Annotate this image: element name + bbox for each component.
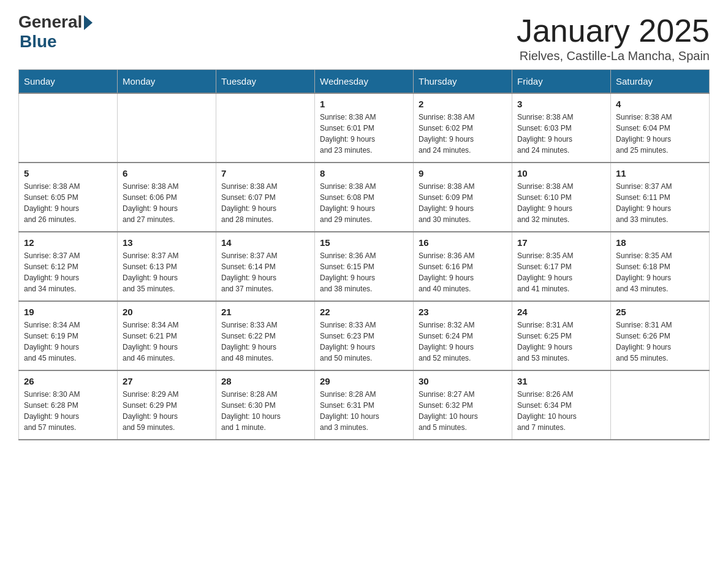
day-number: 22	[320, 307, 408, 317]
day-number: 13	[123, 237, 211, 248]
calendar-cell: 27Sunrise: 8:29 AMSunset: 6:29 PMDayligh…	[118, 370, 216, 440]
day-info: Sunrise: 8:32 AMSunset: 6:24 PMDaylight:…	[419, 320, 507, 364]
day-number: 27	[123, 376, 211, 386]
calendar-cell: 18Sunrise: 8:35 AMSunset: 6:18 PMDayligh…	[611, 232, 710, 301]
day-info: Sunrise: 8:37 AMSunset: 6:12 PMDaylight:…	[24, 250, 112, 294]
calendar-header-thursday: Thursday	[414, 70, 512, 94]
day-info: Sunrise: 8:37 AMSunset: 6:13 PMDaylight:…	[123, 250, 211, 294]
day-info: Sunrise: 8:33 AMSunset: 6:22 PMDaylight:…	[221, 320, 309, 364]
day-number: 1	[320, 99, 408, 109]
day-info: Sunrise: 8:38 AMSunset: 6:10 PMDaylight:…	[517, 181, 605, 225]
day-info: Sunrise: 8:30 AMSunset: 6:28 PMDaylight:…	[24, 389, 112, 433]
calendar-cell: 6Sunrise: 8:38 AMSunset: 6:06 PMDaylight…	[118, 163, 216, 232]
logo-blue-text: Blue	[20, 32, 57, 52]
calendar-cell: 28Sunrise: 8:28 AMSunset: 6:30 PMDayligh…	[216, 370, 315, 440]
calendar-cell: 31Sunrise: 8:26 AMSunset: 6:34 PMDayligh…	[512, 370, 611, 440]
day-info: Sunrise: 8:35 AMSunset: 6:17 PMDaylight:…	[517, 250, 605, 294]
day-number: 25	[616, 307, 704, 317]
day-number: 26	[24, 376, 112, 386]
day-info: Sunrise: 8:34 AMSunset: 6:21 PMDaylight:…	[123, 320, 211, 364]
day-info: Sunrise: 8:38 AMSunset: 6:01 PMDaylight:…	[320, 112, 408, 156]
day-number: 14	[221, 237, 309, 248]
day-number: 12	[24, 237, 112, 248]
calendar-cell	[19, 93, 118, 163]
calendar-cell: 1Sunrise: 8:38 AMSunset: 6:01 PMDaylight…	[315, 93, 414, 163]
calendar-header-wednesday: Wednesday	[315, 70, 414, 94]
day-number: 3	[517, 99, 605, 109]
calendar-week-row: 5Sunrise: 8:38 AMSunset: 6:05 PMDaylight…	[19, 163, 710, 232]
calendar-cell: 15Sunrise: 8:36 AMSunset: 6:15 PMDayligh…	[315, 232, 414, 301]
calendar-week-row: 26Sunrise: 8:30 AMSunset: 6:28 PMDayligh…	[19, 370, 710, 440]
calendar-header-monday: Monday	[118, 70, 216, 94]
day-info: Sunrise: 8:28 AMSunset: 6:30 PMDaylight:…	[221, 389, 309, 433]
day-info: Sunrise: 8:38 AMSunset: 6:06 PMDaylight:…	[123, 181, 211, 225]
calendar-cell: 23Sunrise: 8:32 AMSunset: 6:24 PMDayligh…	[414, 301, 512, 370]
calendar-cell: 25Sunrise: 8:31 AMSunset: 6:26 PMDayligh…	[611, 301, 710, 370]
calendar-cell: 7Sunrise: 8:38 AMSunset: 6:07 PMDaylight…	[216, 163, 315, 232]
day-info: Sunrise: 8:37 AMSunset: 6:11 PMDaylight:…	[616, 181, 704, 225]
logo: General Blue	[18, 12, 93, 52]
calendar-cell: 20Sunrise: 8:34 AMSunset: 6:21 PMDayligh…	[118, 301, 216, 370]
calendar-cell: 4Sunrise: 8:38 AMSunset: 6:04 PMDaylight…	[611, 93, 710, 163]
calendar-table: SundayMondayTuesdayWednesdayThursdayFrid…	[18, 69, 710, 440]
day-info: Sunrise: 8:38 AMSunset: 6:05 PMDaylight:…	[24, 181, 112, 225]
calendar-cell: 12Sunrise: 8:37 AMSunset: 6:12 PMDayligh…	[19, 232, 118, 301]
day-number: 7	[221, 168, 309, 178]
day-number: 23	[419, 307, 507, 317]
calendar-cell: 30Sunrise: 8:27 AMSunset: 6:32 PMDayligh…	[414, 370, 512, 440]
calendar-header-sunday: Sunday	[19, 70, 118, 94]
calendar-cell	[118, 93, 216, 163]
calendar-week-row: 12Sunrise: 8:37 AMSunset: 6:12 PMDayligh…	[19, 232, 710, 301]
day-number: 10	[517, 168, 605, 178]
calendar-cell: 21Sunrise: 8:33 AMSunset: 6:22 PMDayligh…	[216, 301, 315, 370]
page-title: January 2025	[517, 12, 710, 49]
day-number: 16	[419, 237, 507, 248]
calendar-cell: 8Sunrise: 8:38 AMSunset: 6:08 PMDaylight…	[315, 163, 414, 232]
day-number: 18	[616, 237, 704, 248]
logo-general-text: General	[18, 12, 82, 32]
calendar-cell: 9Sunrise: 8:38 AMSunset: 6:09 PMDaylight…	[414, 163, 512, 232]
day-number: 6	[123, 168, 211, 178]
day-number: 19	[24, 307, 112, 317]
day-info: Sunrise: 8:35 AMSunset: 6:18 PMDaylight:…	[616, 250, 704, 294]
calendar-cell	[611, 370, 710, 440]
calendar-header-friday: Friday	[512, 70, 611, 94]
page-header: General Blue January 2025 Rielves, Casti…	[18, 12, 710, 63]
calendar-cell: 24Sunrise: 8:31 AMSunset: 6:25 PMDayligh…	[512, 301, 611, 370]
calendar-cell: 5Sunrise: 8:38 AMSunset: 6:05 PMDaylight…	[19, 163, 118, 232]
day-info: Sunrise: 8:29 AMSunset: 6:29 PMDaylight:…	[123, 389, 211, 433]
day-info: Sunrise: 8:36 AMSunset: 6:15 PMDaylight:…	[320, 250, 408, 294]
calendar-week-row: 19Sunrise: 8:34 AMSunset: 6:19 PMDayligh…	[19, 301, 710, 370]
calendar-cell: 16Sunrise: 8:36 AMSunset: 6:16 PMDayligh…	[414, 232, 512, 301]
calendar-header-saturday: Saturday	[611, 70, 710, 94]
day-number: 24	[517, 307, 605, 317]
day-number: 8	[320, 168, 408, 178]
day-number: 2	[419, 99, 507, 109]
day-info: Sunrise: 8:28 AMSunset: 6:31 PMDaylight:…	[320, 389, 408, 433]
calendar-cell: 10Sunrise: 8:38 AMSunset: 6:10 PMDayligh…	[512, 163, 611, 232]
day-info: Sunrise: 8:37 AMSunset: 6:14 PMDaylight:…	[221, 250, 309, 294]
day-info: Sunrise: 8:38 AMSunset: 6:03 PMDaylight:…	[517, 112, 605, 156]
day-info: Sunrise: 8:38 AMSunset: 6:04 PMDaylight:…	[616, 112, 704, 156]
day-info: Sunrise: 8:38 AMSunset: 6:09 PMDaylight:…	[419, 181, 507, 225]
calendar-cell: 11Sunrise: 8:37 AMSunset: 6:11 PMDayligh…	[611, 163, 710, 232]
calendar-cell: 14Sunrise: 8:37 AMSunset: 6:14 PMDayligh…	[216, 232, 315, 301]
day-number: 31	[517, 376, 605, 386]
day-number: 5	[24, 168, 112, 178]
day-number: 11	[616, 168, 704, 178]
calendar-cell: 3Sunrise: 8:38 AMSunset: 6:03 PMDaylight…	[512, 93, 611, 163]
day-number: 9	[419, 168, 507, 178]
title-section: January 2025 Rielves, Castille-La Mancha…	[517, 12, 710, 63]
calendar-week-row: 1Sunrise: 8:38 AMSunset: 6:01 PMDaylight…	[19, 93, 710, 163]
page-subtitle: Rielves, Castille-La Mancha, Spain	[517, 49, 710, 63]
calendar-cell: 22Sunrise: 8:33 AMSunset: 6:23 PMDayligh…	[315, 301, 414, 370]
day-info: Sunrise: 8:26 AMSunset: 6:34 PMDaylight:…	[517, 389, 605, 433]
day-number: 20	[123, 307, 211, 317]
day-number: 29	[320, 376, 408, 386]
calendar-cell: 13Sunrise: 8:37 AMSunset: 6:13 PMDayligh…	[118, 232, 216, 301]
day-number: 30	[419, 376, 507, 386]
calendar-cell: 19Sunrise: 8:34 AMSunset: 6:19 PMDayligh…	[19, 301, 118, 370]
logo-arrow-icon	[84, 15, 93, 30]
calendar-header-tuesday: Tuesday	[216, 70, 315, 94]
calendar-cell: 2Sunrise: 8:38 AMSunset: 6:02 PMDaylight…	[414, 93, 512, 163]
